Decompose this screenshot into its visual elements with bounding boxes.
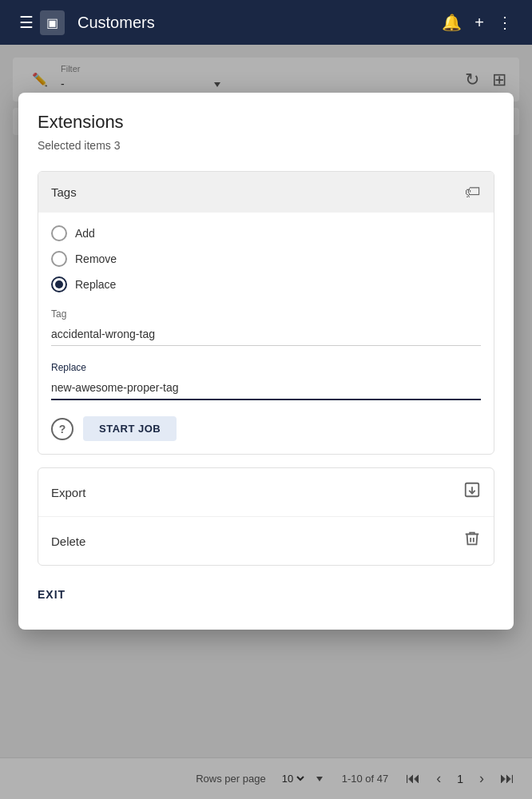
modal-overlay: Extensions Selected items 3 Tags 🏷 Add bbox=[0, 45, 532, 799]
background-content: ✏️ Filter - ↻ ⊞ ▼ Customer name 1 ▼ Busi… bbox=[0, 45, 532, 799]
tags-section-title: Tags bbox=[51, 185, 77, 199]
radio-add-label: Add bbox=[75, 227, 95, 240]
tags-section-body: Add Remove Replace bbox=[38, 213, 494, 454]
radio-remove[interactable]: Remove bbox=[51, 251, 481, 267]
tags-section: Tags 🏷 Add Remove bbox=[38, 171, 494, 455]
modal-title: Extensions bbox=[38, 112, 494, 133]
app-bar: ☰ ▣ Customers 🔔 + ⋮ bbox=[0, 0, 532, 45]
start-job-row: ? START JOB bbox=[51, 416, 481, 441]
export-icon bbox=[463, 481, 481, 503]
radio-remove-button[interactable] bbox=[51, 251, 67, 267]
radio-replace[interactable]: Replace bbox=[51, 276, 481, 292]
tag-field-input[interactable] bbox=[51, 323, 481, 346]
delete-row[interactable]: Delete bbox=[38, 517, 494, 565]
tag-field-group: Tag bbox=[51, 308, 481, 346]
notification-icon[interactable]: 🔔 bbox=[435, 6, 468, 38]
radio-remove-label: Remove bbox=[75, 252, 117, 265]
tag-field-label: Tag bbox=[51, 308, 481, 320]
tag-icon: 🏷 bbox=[465, 183, 481, 201]
exit-button[interactable]: EXIT bbox=[38, 578, 66, 610]
modal-subtitle: Selected items 3 bbox=[38, 139, 494, 152]
app-icon[interactable]: ▣ bbox=[40, 10, 65, 35]
radio-group: Add Remove Replace bbox=[51, 225, 481, 292]
radio-add-button[interactable] bbox=[51, 225, 67, 241]
tags-section-header[interactable]: Tags 🏷 bbox=[38, 172, 494, 213]
replace-field-group: Replace bbox=[51, 362, 481, 400]
start-job-button[interactable]: START JOB bbox=[83, 416, 177, 441]
page-title: Customers bbox=[77, 14, 435, 32]
replace-field-label: Replace bbox=[51, 362, 481, 373]
radio-replace-label: Replace bbox=[75, 278, 116, 291]
add-icon[interactable]: + bbox=[468, 7, 490, 38]
extensions-modal: Extensions Selected items 3 Tags 🏷 Add bbox=[18, 93, 514, 630]
menu-icon[interactable]: ☰ bbox=[13, 6, 40, 38]
more-icon[interactable]: ⋮ bbox=[490, 6, 519, 38]
radio-replace-button[interactable] bbox=[51, 276, 67, 292]
export-row[interactable]: Export bbox=[38, 468, 494, 517]
export-label: Export bbox=[51, 486, 85, 499]
delete-label: Delete bbox=[51, 535, 85, 548]
actions-section: Export Delete bbox=[38, 467, 494, 566]
delete-icon bbox=[463, 530, 481, 552]
replace-field-input[interactable] bbox=[51, 376, 481, 400]
help-icon[interactable]: ? bbox=[51, 418, 73, 440]
radio-add[interactable]: Add bbox=[51, 225, 481, 241]
